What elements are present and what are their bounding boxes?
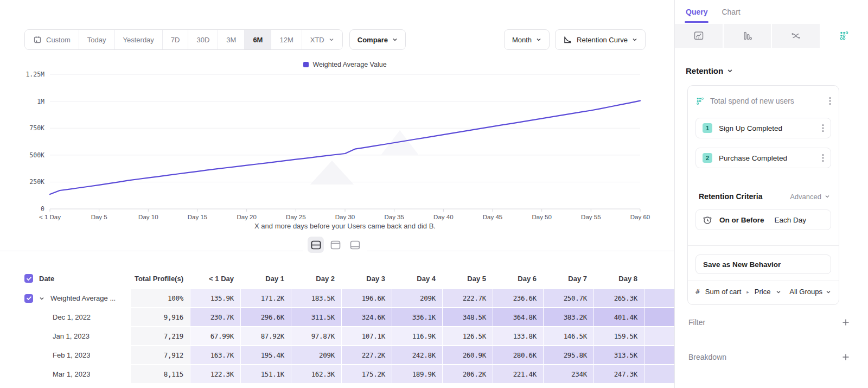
chevron-down-icon bbox=[329, 37, 334, 42]
retention-value-cell: 236.6K bbox=[493, 289, 543, 307]
row-label: Mar 1, 2023 bbox=[53, 370, 90, 378]
table-row[interactable]: Feb 1, 20237,912163.7K195.4K209K227.2K24… bbox=[0, 346, 674, 364]
retention-icon bbox=[839, 30, 850, 41]
column-header-date[interactable]: Date bbox=[0, 269, 130, 288]
x-axis-tick-label: < 1 Day bbox=[39, 214, 61, 220]
tab-query[interactable]: Query bbox=[686, 0, 707, 24]
granularity-dropdown[interactable]: Month bbox=[504, 29, 550, 50]
table-row[interactable]: Mar 1, 20238,115122.3K151.1K162.3K175.2K… bbox=[0, 365, 674, 383]
save-as-new-behavior-button[interactable]: Save as New Behavior bbox=[695, 255, 831, 274]
retention-value-cell: 189.9K bbox=[392, 365, 442, 383]
range-7d[interactable]: 7D bbox=[163, 30, 189, 49]
tab-insights[interactable] bbox=[675, 24, 723, 48]
row-checkbox[interactable] bbox=[24, 274, 33, 283]
retention-value-cell: 242.8K bbox=[392, 346, 442, 364]
x-axis-tick-label: Day 35 bbox=[384, 214, 404, 220]
column-header-day[interactable]: Day 2 bbox=[291, 269, 341, 288]
x-axis-tick-label: Day 5 bbox=[91, 214, 107, 220]
advanced-dropdown[interactable]: Advanced bbox=[790, 193, 830, 201]
range-xtd[interactable]: XTD bbox=[302, 30, 342, 49]
retention-value-cell: 222.7K bbox=[443, 289, 493, 307]
column-header-total-profiles[interactable]: Total Profile(s) bbox=[131, 269, 190, 288]
retention-value-cell: 171.2K bbox=[241, 289, 291, 307]
kebab-menu-icon[interactable] bbox=[822, 124, 824, 132]
tab-flows[interactable] bbox=[772, 24, 820, 48]
x-axis-tick-label: Day 45 bbox=[483, 214, 502, 220]
range-yesterday[interactable]: Yesterday bbox=[115, 30, 163, 49]
query-sidebar: Query Chart bbox=[674, 0, 868, 388]
tab-funnels[interactable] bbox=[724, 24, 771, 48]
retention-line-chart[interactable]: 0250K500K750K1M1.25M< 1 DayDay 5Day 10Da… bbox=[0, 69, 674, 221]
retention-curve-icon bbox=[563, 35, 572, 44]
retention-value-cell: 107.1K bbox=[342, 327, 392, 345]
retention-value-cell: 151.1K bbox=[241, 365, 291, 383]
row-label-cell: Dec 1, 2022 bbox=[0, 308, 130, 326]
sidebar-tabs: Query Chart bbox=[675, 0, 868, 24]
step-sign-up-completed[interactable]: 1 Sign Up Completed bbox=[695, 118, 831, 138]
breakdown-label: Breakdown bbox=[688, 353, 726, 361]
retention-timing-card[interactable]: On or Before Each Day bbox=[695, 209, 831, 230]
table-row[interactable]: Dec 1, 20229,916230.7K296.6K311.5K324.6K… bbox=[0, 308, 674, 326]
row-checkbox[interactable] bbox=[24, 294, 33, 303]
alarm-clock-icon bbox=[703, 215, 712, 225]
column-header-day[interactable]: < 1 Day bbox=[190, 269, 240, 288]
column-header-day[interactable]: Day 3 bbox=[342, 269, 392, 288]
range-3m[interactable]: 3M bbox=[218, 30, 245, 49]
range-6m-selected[interactable]: 6M bbox=[245, 30, 271, 49]
layout-chart-only-button[interactable] bbox=[327, 237, 343, 253]
calendar-icon bbox=[33, 35, 42, 44]
retention-value-cell: 313.5K bbox=[594, 346, 644, 364]
all-groups-dropdown[interactable]: All Groups bbox=[789, 288, 831, 296]
chart-legend[interactable]: Weighted Average Value bbox=[50, 61, 640, 68]
range-today[interactable]: Today bbox=[79, 30, 115, 49]
column-header-day[interactable]: Day 6 bbox=[493, 269, 543, 288]
range-30d[interactable]: 30D bbox=[188, 30, 218, 49]
flows-icon bbox=[790, 30, 801, 41]
table-row[interactable]: Jan 1, 20237,21967.99K87.92K97.87K107.1K… bbox=[0, 327, 674, 345]
report-section-dropdown[interactable]: Retention bbox=[686, 66, 868, 75]
x-axis-tick-label: Day 20 bbox=[237, 214, 256, 220]
retention-value-cell: 135.9K bbox=[190, 289, 240, 307]
column-header-day[interactable]: Day 7 bbox=[544, 269, 593, 288]
range-custom[interactable]: Custom bbox=[25, 30, 79, 49]
x-axis-tick-label: Day 60 bbox=[630, 214, 650, 220]
chevron-down-icon bbox=[826, 289, 831, 295]
y-axis-tick-label: 750K bbox=[29, 124, 44, 132]
kebab-menu-icon[interactable] bbox=[829, 97, 831, 105]
numeric-property-icon: # bbox=[695, 288, 700, 296]
range-12m[interactable]: 12M bbox=[271, 30, 302, 49]
row-label: Feb 1, 2023 bbox=[53, 351, 90, 359]
add-breakdown-button[interactable] bbox=[842, 353, 850, 361]
behavior-header[interactable]: Total spend of new users bbox=[695, 93, 831, 109]
compare-button[interactable]: Compare bbox=[349, 29, 406, 50]
column-header-day[interactable]: Day 1 bbox=[241, 269, 291, 288]
tab-chart[interactable]: Chart bbox=[722, 0, 740, 24]
retention-value-cell: 234K bbox=[544, 365, 593, 383]
column-header-day[interactable]: Day 5 bbox=[443, 269, 493, 288]
chart-type-dropdown[interactable]: Retention Curve bbox=[555, 29, 646, 50]
column-header-day[interactable]: Day 8 bbox=[594, 269, 644, 288]
toolbar-right: Month Retention Curve bbox=[504, 29, 646, 50]
x-axis-tick-label: Day 30 bbox=[335, 214, 355, 220]
add-filter-button[interactable] bbox=[842, 319, 850, 326]
check-icon bbox=[26, 276, 32, 282]
report-type-tabs bbox=[675, 24, 868, 48]
layout-split-view-button[interactable] bbox=[308, 237, 324, 253]
timing-label: On or Before bbox=[719, 216, 764, 224]
row-expander-chevron-icon[interactable] bbox=[39, 296, 44, 301]
table-only-icon bbox=[350, 240, 360, 250]
measurement-row[interactable]: # Sum of cart ▸ Price All Groups bbox=[688, 281, 839, 301]
tab-retention-selected[interactable] bbox=[821, 24, 868, 48]
chevron-down-icon bbox=[632, 37, 637, 42]
kebab-menu-icon[interactable] bbox=[822, 154, 824, 162]
retention-value-cell: 97.87K bbox=[291, 327, 341, 345]
table-row[interactable]: Weighted Average ...100%135.9K171.2K183.… bbox=[0, 289, 674, 307]
step-purchase-completed[interactable]: 2 Purchase Completed bbox=[695, 148, 831, 168]
total-profiles-cell: 8,115 bbox=[131, 365, 190, 383]
layout-table-only-button[interactable] bbox=[347, 237, 363, 253]
behavior-title: Total spend of new users bbox=[710, 97, 794, 105]
retention-value-cell: 183.5K bbox=[291, 289, 341, 307]
retention-value-cell: 336.1K bbox=[392, 308, 442, 326]
column-header-day[interactable]: Day 4 bbox=[392, 269, 442, 288]
retention-value-cell: 364.8K bbox=[493, 308, 543, 326]
